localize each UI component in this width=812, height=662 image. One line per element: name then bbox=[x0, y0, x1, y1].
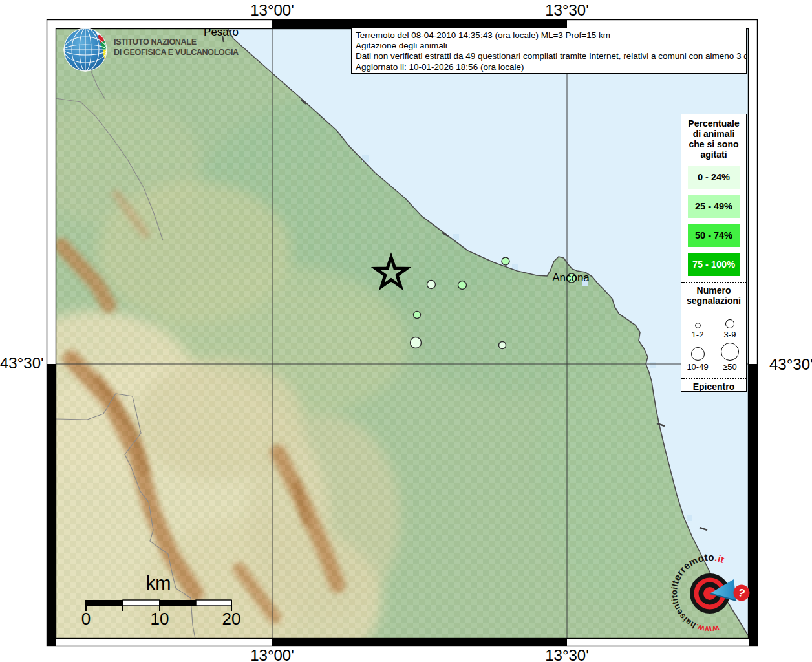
city-label-ancona: Ancona bbox=[551, 272, 591, 284]
axis-label-right: 43°30' bbox=[769, 356, 812, 374]
size-circle-icon bbox=[721, 343, 739, 361]
legend-swatch-1: 25 - 49% bbox=[688, 195, 740, 218]
legend-swatch-3: 75 - 100% bbox=[688, 253, 740, 276]
report-marker bbox=[411, 337, 422, 348]
axis-label-top-left: 13°00' bbox=[243, 1, 301, 19]
size-circle-icon bbox=[691, 347, 705, 361]
axis-label-top-right: 13°30' bbox=[538, 1, 596, 19]
map-area bbox=[0, 28, 755, 662]
event-info-line: Agitazione degli animali bbox=[356, 41, 742, 51]
ingv-wordmark: ISTITUTO NAZIONALE DI GEOFISICA E VULCAN… bbox=[114, 37, 239, 58]
event-info-line: Terremoto del 08-04-2010 14:35:43 (ora l… bbox=[356, 30, 742, 41]
size-circle-icon bbox=[725, 319, 734, 328]
legend-size-1-2: 1-2 bbox=[681, 307, 714, 339]
legend-pct-title: Percentuale di animali che si sono agita… bbox=[681, 118, 746, 160]
legend-size-10-49: 10-49 bbox=[681, 339, 714, 372]
map-screenshot: ? www.haisentitoilterremoto.it 13°00' 13… bbox=[0, 0, 812, 662]
event-info-box: Terremoto del 08-04-2010 14:35:43 (ora l… bbox=[351, 28, 747, 74]
scale-tick-20: 20 bbox=[212, 609, 251, 629]
report-marker bbox=[427, 281, 436, 289]
event-info-line: Aggiornato il: 10-01-2026 18:56 (ora loc… bbox=[356, 62, 742, 72]
size-circle-icon bbox=[695, 323, 701, 328]
legend-divider bbox=[681, 282, 746, 283]
legend-swatch-0: 0 - 24% bbox=[688, 166, 740, 189]
legend-size-grid: 1-2 3-9 10-49 ≥50 bbox=[681, 307, 746, 372]
legend-divider bbox=[681, 378, 746, 379]
legend-size-3-9: 3-9 bbox=[714, 307, 746, 339]
scale-tick-0: 0 bbox=[67, 609, 105, 629]
report-marker bbox=[499, 342, 506, 349]
city-label-pesaro: Pesaro bbox=[201, 26, 241, 39]
legend-epicenter-title: Epicentro strumentale bbox=[681, 381, 746, 392]
axis-label-bottom-left: 13°00' bbox=[243, 646, 301, 662]
scale-bar-unit: km bbox=[126, 573, 191, 594]
report-marker bbox=[502, 257, 509, 265]
axis-label-left: 43°30' bbox=[0, 354, 43, 372]
axis-label-bottom-right: 13°30' bbox=[538, 646, 596, 662]
event-info-line: Dati non verificati estratti da 49 quest… bbox=[356, 51, 742, 61]
legend-swatch-2: 50 - 74% bbox=[688, 224, 740, 247]
legend-count-title: Numero segnalazioni bbox=[681, 285, 746, 306]
scale-tick-10: 10 bbox=[140, 609, 179, 629]
legend: Percentuale di animali che si sono agita… bbox=[681, 114, 747, 392]
report-marker bbox=[414, 312, 421, 319]
legend-size-50plus: ≥50 bbox=[714, 339, 746, 372]
report-marker bbox=[458, 281, 467, 290]
